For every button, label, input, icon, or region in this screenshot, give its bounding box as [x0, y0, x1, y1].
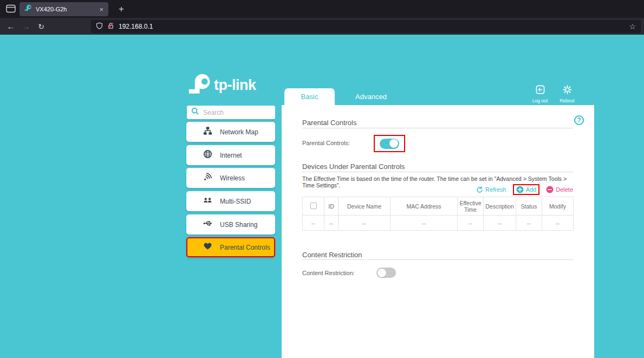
content-restriction-toggle[interactable] — [376, 268, 396, 278]
help-icon[interactable]: ? — [574, 115, 584, 125]
section-divider — [302, 128, 573, 128]
table-header-row: ID Device Name MAC Address Effective Tim… — [303, 197, 574, 216]
firefox-view-icon[interactable] — [6, 4, 16, 15]
cell-id: -- — [324, 216, 339, 231]
parental-controls-toggle-label: Parental Controls: — [302, 140, 350, 146]
col-modify: Modify — [542, 197, 574, 216]
add-button[interactable]: Add — [516, 186, 537, 193]
section-divider — [302, 259, 573, 260]
multi-user-icon — [203, 196, 212, 207]
tab-close-icon[interactable]: × — [99, 6, 103, 13]
reboot-label: Reboot — [556, 98, 578, 103]
cell-mac-address: -- — [391, 216, 458, 231]
delete-button[interactable]: Delete — [546, 186, 573, 193]
toggle-knob — [389, 139, 398, 148]
tplink-logo-mark-icon — [187, 73, 212, 97]
devices-section-title: Devices Under Parental Controls — [302, 162, 405, 171]
tab-title: VX420-G2h — [36, 6, 95, 12]
add-label: Add — [526, 186, 537, 193]
select-all-cell — [303, 197, 324, 216]
reload-button[interactable]: ↻ — [35, 20, 48, 33]
tab-basic[interactable]: Basic — [284, 88, 335, 105]
router-page: tp-link Network Map — [0, 35, 644, 358]
wifi-icon — [203, 172, 212, 184]
select-all-checkbox[interactable] — [310, 203, 317, 209]
toggle-knob — [378, 269, 386, 277]
col-id: ID — [324, 197, 339, 216]
tplink-logo: tp-link — [187, 73, 256, 97]
sidebar-item-network-map[interactable]: Network Map — [186, 122, 275, 142]
refresh-label: Refresh — [485, 186, 506, 193]
search-box[interactable] — [187, 106, 275, 119]
logout-label: Log out — [529, 98, 551, 103]
sidebar-item-label: Multi-SSID — [220, 198, 251, 205]
col-device-name: Device Name — [339, 197, 391, 216]
sidebar-item-wireless[interactable]: Wireless — [186, 168, 275, 188]
devices-table: ID Device Name MAC Address Effective Tim… — [302, 197, 574, 231]
back-button[interactable]: ← — [4, 20, 17, 33]
sidebar-item-multi-ssid[interactable]: Multi-SSID — [186, 191, 275, 211]
heart-icon — [203, 242, 212, 253]
cell-description: -- — [484, 216, 516, 231]
logo-text: tp-link — [214, 77, 256, 94]
browser-tab[interactable]: VX420-G2h × — [19, 2, 108, 16]
table-action-row: Refresh Add Delete — [302, 184, 573, 195]
parental-controls-toggle[interactable] — [380, 139, 399, 149]
insecure-lock-icon[interactable] — [107, 22, 114, 31]
col-description: Description — [484, 197, 516, 216]
col-status: Status — [516, 197, 542, 216]
cell-modify: -- — [542, 216, 574, 231]
table-row: -- -- -- -- -- -- -- -- — [303, 216, 574, 231]
forward-button: → — [19, 20, 32, 33]
refresh-icon — [476, 186, 483, 193]
col-mac-address: MAC Address — [391, 197, 458, 216]
bookmark-star-icon[interactable]: ☆ — [629, 22, 636, 31]
content-restriction-section-title: Content Restriction — [302, 251, 362, 259]
globe-icon — [203, 149, 212, 161]
sidebar-item-parental-controls[interactable]: Parental Controls — [186, 237, 275, 257]
address-bar[interactable]: 192.168.0.1 ☆ — [91, 20, 641, 33]
usb-icon — [203, 219, 212, 230]
url-text[interactable]: 192.168.0.1 — [119, 23, 625, 30]
browser-toolbar: ← → ↻ 192.168.0.1 ☆ — [0, 18, 644, 35]
plus-circle-icon — [516, 186, 524, 193]
sidebar-item-usb-sharing[interactable]: USB Sharing — [186, 214, 275, 235]
reboot-button[interactable]: Reboot — [556, 84, 578, 103]
browser-tab-strip: VX420-G2h × + — [0, 0, 644, 18]
section-divider — [302, 172, 573, 172]
annotation-red-box — [374, 135, 405, 152]
cell-device-name: -- — [339, 216, 391, 231]
sidebar-item-label: Internet — [220, 152, 242, 159]
sidebar-item-label: Parental Controls — [220, 244, 270, 251]
cell-status: -- — [516, 216, 542, 231]
annotation-red-box: Add — [513, 184, 540, 195]
delete-label: Delete — [556, 186, 573, 193]
logout-icon — [535, 84, 545, 95]
content-panel: ? Parental Controls Parental Controls: D… — [282, 105, 594, 358]
sidebar-item-label: Wireless — [220, 174, 245, 182]
sidebar-item-internet[interactable]: Internet — [186, 145, 275, 165]
search-input[interactable] — [203, 109, 271, 116]
minus-circle-icon — [546, 186, 554, 193]
content-restriction-toggle-label: Content Restriction: — [302, 270, 355, 276]
cell-select: -- — [303, 216, 324, 231]
search-icon — [191, 107, 199, 118]
cell-effective-time: -- — [458, 216, 484, 231]
sidebar-item-label: Network Map — [220, 128, 258, 136]
shield-icon[interactable] — [96, 22, 103, 31]
network-map-icon — [203, 126, 212, 138]
refresh-button[interactable]: Refresh — [476, 186, 506, 193]
col-effective-time: Effective Time — [458, 197, 484, 216]
tab-favicon-tplink-icon — [24, 4, 32, 14]
logout-button[interactable]: Log out — [529, 84, 551, 103]
sidebar-item-label: USB Sharing — [220, 221, 257, 229]
new-tab-button[interactable]: + — [115, 3, 128, 16]
tab-advanced[interactable]: Advanced — [336, 88, 406, 105]
reboot-icon — [562, 84, 573, 95]
parental-controls-section-title: Parental Controls — [302, 119, 356, 127]
